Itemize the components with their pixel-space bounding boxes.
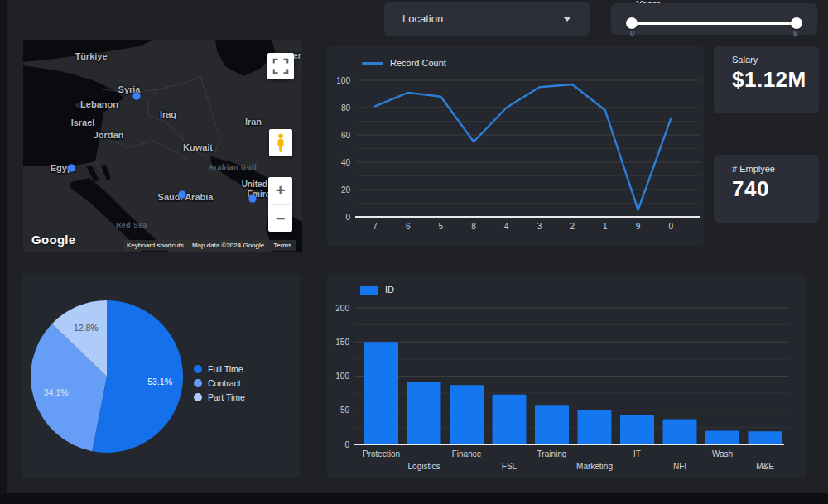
- svg-text:FSL: FSL: [502, 462, 518, 471]
- slider-handle-max[interactable]: [791, 17, 802, 29]
- svg-text:80: 80: [341, 103, 351, 113]
- pie-legend-dot: [194, 379, 202, 387]
- map-canvas[interactable]: [23, 40, 302, 252]
- svg-text:100: 100: [335, 372, 349, 381]
- svg-text:NFI: NFI: [673, 462, 686, 471]
- pie-legend-dot: [194, 393, 202, 401]
- svg-text:IT: IT: [633, 449, 641, 458]
- fullscreen-button[interactable]: [267, 53, 294, 79]
- svg-text:Marketing: Marketing: [576, 462, 613, 471]
- employee-card-label: # Emplyee: [732, 164, 819, 174]
- svg-text:150: 150: [335, 338, 349, 347]
- svg-text:Training: Training: [537, 449, 567, 458]
- map-data-label: Map data ©2024 Google: [188, 240, 268, 251]
- record-count-chart-panel: Record Count 0204060801007658432190: [327, 46, 704, 246]
- svg-text:200: 200: [335, 304, 349, 313]
- svg-text:3: 3: [537, 222, 542, 231]
- svg-text:2: 2: [570, 222, 575, 231]
- employment-type-pie-chart: 53.1%34.1%12.8%: [22, 273, 300, 478]
- zoom-out-button[interactable]: −: [268, 205, 292, 233]
- left-edge-strip: [0, 0, 7, 504]
- bottom-edge-strip: [0, 493, 828, 504]
- map-zoom-control: + −: [268, 177, 292, 232]
- record-count-line-chart: 0204060801007658432190: [327, 46, 704, 246]
- chevron-down-icon: [563, 17, 571, 22]
- fullscreen-icon: [272, 57, 290, 75]
- svg-text:34.1%: 34.1%: [44, 387, 69, 397]
- location-dropdown[interactable]: Location: [384, 2, 590, 36]
- id-bar-chart: 050100150200ProtectionLogisticsFinanceFS…: [327, 273, 806, 478]
- svg-text:6: 6: [406, 222, 411, 231]
- pegman-icon: [275, 133, 286, 153]
- slider-max-label: 9: [793, 29, 797, 37]
- employee-card: # Emplyee 740: [714, 155, 819, 223]
- google-logo[interactable]: Google: [31, 233, 75, 247]
- pie-chart-legend: Full TimeContractPart Time: [194, 364, 245, 402]
- bar-chart-legend: ID: [360, 285, 394, 295]
- pie-legend-item: Contract: [194, 378, 245, 388]
- employee-card-value: 740: [732, 176, 819, 202]
- line-legend-marker: [362, 62, 383, 65]
- pie-legend-label: Part Time: [208, 392, 245, 402]
- bar-legend-marker: [360, 286, 378, 295]
- map-location-marker[interactable]: [249, 195, 257, 203]
- map-location-marker[interactable]: [68, 165, 75, 172]
- employment-type-pie-panel: 53.1%34.1%12.8% Full TimeContractPart Ti…: [22, 273, 300, 478]
- terms-link[interactable]: Terms: [269, 240, 296, 251]
- location-dropdown-label: Location: [402, 12, 443, 25]
- years-range-slider[interactable]: 0 9: [611, 3, 817, 35]
- pie-legend-label: Contract: [208, 378, 241, 388]
- svg-text:8: 8: [471, 222, 476, 231]
- slider-track[interactable]: [632, 22, 797, 25]
- keyboard-shortcuts-button[interactable]: Keyboard shortcuts: [123, 240, 188, 251]
- map-location-marker[interactable]: [179, 191, 186, 199]
- pie-legend-item: Part Time: [194, 392, 245, 402]
- zoom-in-button[interactable]: +: [268, 177, 292, 204]
- svg-text:53.1%: 53.1%: [147, 377, 172, 386]
- svg-text:20: 20: [341, 185, 351, 194]
- salary-card-value: $1.12M: [732, 67, 819, 93]
- line-legend-label: Record Count: [390, 58, 446, 68]
- svg-text:40: 40: [341, 158, 351, 167]
- slider-min-label: 0: [630, 29, 634, 37]
- svg-text:9: 9: [636, 222, 641, 231]
- svg-text:M&E: M&E: [756, 462, 774, 471]
- slider-handle-min[interactable]: [626, 17, 638, 29]
- svg-text:12.8%: 12.8%: [74, 323, 99, 333]
- map-attribution: Keyboard shortcuts Map data ©2024 Google…: [123, 240, 296, 251]
- svg-text:50: 50: [340, 406, 350, 415]
- svg-text:0: 0: [669, 222, 674, 231]
- svg-text:Finance: Finance: [452, 449, 482, 458]
- svg-text:5: 5: [439, 222, 444, 231]
- svg-text:1: 1: [603, 222, 608, 231]
- svg-text:60: 60: [341, 131, 351, 140]
- svg-text:100: 100: [336, 76, 350, 85]
- id-bar-chart-panel: ID 050100150200ProtectionLogisticsFinanc…: [327, 273, 806, 478]
- salary-card: Salary $1.12M: [714, 46, 819, 113]
- map-location-marker[interactable]: [133, 93, 141, 100]
- svg-text:0: 0: [344, 440, 349, 449]
- line-chart-legend: Record Count: [362, 58, 446, 68]
- svg-text:4: 4: [504, 222, 509, 231]
- pegman-button[interactable]: [269, 129, 292, 156]
- svg-text:Protection: Protection: [363, 449, 400, 458]
- pie-legend-item: Full Time: [194, 364, 245, 374]
- svg-text:7: 7: [373, 222, 378, 231]
- pie-legend-label: Full Time: [208, 364, 243, 374]
- pie-legend-dot: [194, 365, 202, 373]
- bar-legend-label: ID: [385, 285, 394, 295]
- svg-text:Wash: Wash: [712, 449, 733, 458]
- map-panel[interactable]: TürkiyeerSyriaLebanonIsraelJordanIraqIra…: [23, 40, 302, 252]
- svg-text:Logistics: Logistics: [408, 462, 440, 471]
- salary-card-label: Salary: [732, 55, 819, 65]
- svg-text:0: 0: [345, 213, 350, 222]
